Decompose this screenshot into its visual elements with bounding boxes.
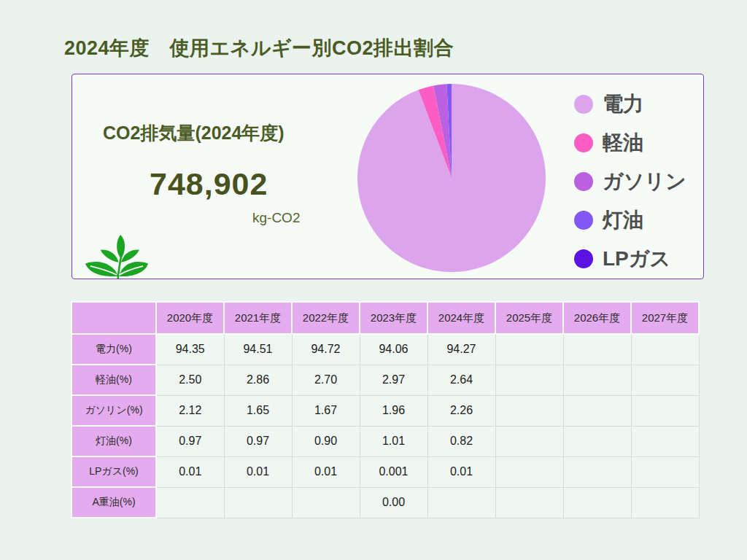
- table-row: ガソリン(%)2.121.651.671.962.26: [71, 395, 699, 426]
- pie-chart: [357, 84, 546, 272]
- data-cell: 0.001: [360, 456, 427, 487]
- year-column-header: 2022年度: [292, 302, 360, 334]
- summary-card: CO2排気量(2024年度) 748,902 kg-CO2 電力軽油ガソリン灯油…: [71, 74, 704, 279]
- row-label: LPガス(%): [71, 456, 156, 487]
- data-cell: [495, 456, 563, 487]
- data-cell: 94.06: [360, 334, 427, 365]
- data-cell: [495, 365, 563, 395]
- data-cell: [631, 395, 699, 426]
- data-cell: 94.27: [427, 334, 495, 365]
- data-cell: [563, 487, 631, 518]
- legend-label: 電力: [603, 90, 643, 118]
- data-cell: 0.97: [224, 426, 292, 456]
- data-cell: [631, 334, 699, 365]
- data-cell: [631, 456, 699, 487]
- legend-swatch-icon: [574, 133, 593, 152]
- data-cell: [563, 365, 631, 395]
- data-cell: 1.67: [292, 395, 360, 426]
- data-table: 2020年度2021年度2022年度2023年度2024年度2025年度2026…: [71, 301, 700, 518]
- data-cell: 0.82: [427, 426, 495, 456]
- leaf-sprout-icon: [85, 233, 148, 280]
- legend-item-LPガス: LPガス: [574, 245, 686, 273]
- data-cell: 0.97: [156, 426, 224, 456]
- data-cell: 0.01: [292, 456, 360, 487]
- row-label: A重油(%): [71, 487, 156, 518]
- legend-label: ガソリン: [603, 168, 686, 195]
- data-cell: [495, 395, 563, 426]
- year-column-header: 2023年度: [360, 302, 427, 334]
- row-label: ガソリン(%): [71, 395, 156, 426]
- table-row: A重油(%)0.00: [71, 487, 699, 518]
- legend-label: 灯油: [603, 206, 643, 234]
- pie-legend: 電力軽油ガソリン灯油LPガス: [574, 90, 686, 273]
- table-header-row: 2020年度2021年度2022年度2023年度2024年度2025年度2026…: [71, 302, 699, 334]
- data-cell: 2.70: [292, 365, 360, 395]
- data-cell: 2.26: [427, 395, 495, 426]
- data-cell: [563, 456, 631, 487]
- legend-swatch-icon: [574, 211, 593, 230]
- year-column-header: 2027年度: [631, 302, 699, 334]
- row-label: 軽油(%): [71, 365, 156, 395]
- table-row: 灯油(%)0.970.970.901.010.82: [71, 426, 699, 456]
- legend-swatch-icon: [574, 172, 593, 191]
- data-cell: [631, 426, 699, 456]
- data-cell: 94.51: [224, 334, 292, 365]
- table-row: 軽油(%)2.502.862.702.972.64: [71, 365, 699, 395]
- data-cell: 0.00: [360, 487, 427, 518]
- data-cell: 2.50: [156, 365, 224, 395]
- data-cell: 0.01: [427, 456, 495, 487]
- legend-swatch-icon: [574, 95, 593, 114]
- data-cell: [292, 487, 360, 518]
- legend-item-灯油: 灯油: [574, 206, 686, 234]
- year-column-header: 2025年度: [495, 302, 563, 334]
- legend-item-電力: 電力: [574, 90, 686, 118]
- legend-swatch-icon: [574, 249, 593, 268]
- table-corner-cell: [71, 302, 156, 334]
- data-cell: 1.96: [360, 395, 427, 426]
- table-row: LPガス(%)0.010.010.010.0010.01: [71, 456, 699, 487]
- row-label: 灯油(%): [71, 426, 156, 456]
- data-cell: [563, 334, 631, 365]
- legend-label: LPガス: [603, 245, 670, 273]
- data-cell: [631, 487, 699, 518]
- data-cell: [495, 334, 563, 365]
- data-cell: 0.90: [292, 426, 360, 456]
- legend-item-軽油: 軽油: [574, 129, 686, 157]
- data-cell: 2.12: [156, 395, 224, 426]
- legend-item-ガソリン: ガソリン: [574, 168, 686, 195]
- year-column-header: 2021年度: [224, 302, 292, 334]
- data-cell: [563, 395, 631, 426]
- data-cell: 1.01: [360, 426, 427, 456]
- data-cell: [563, 426, 631, 456]
- data-cell: [427, 487, 495, 518]
- page-title: 2024年度 使用エネルギー別CO2排出割合: [64, 35, 454, 61]
- row-label: 電力(%): [71, 334, 156, 365]
- data-cell: [631, 365, 699, 395]
- data-cell: [495, 426, 563, 456]
- data-cell: 94.72: [292, 334, 360, 365]
- stat-heading: CO2排気量(2024年度): [103, 121, 285, 145]
- legend-label: 軽油: [603, 129, 643, 157]
- data-cell: [156, 487, 224, 518]
- data-cell: 2.64: [427, 365, 495, 395]
- data-cell: [495, 487, 563, 518]
- data-cell: 0.01: [156, 456, 224, 487]
- stat-unit: kg-CO2: [252, 210, 300, 226]
- year-column-header: 2026年度: [563, 302, 631, 334]
- data-cell: 2.86: [224, 365, 292, 395]
- table-row: 電力(%)94.3594.5194.7294.0694.27: [71, 334, 699, 365]
- year-column-header: 2024年度: [427, 302, 495, 334]
- data-cell: 2.97: [360, 365, 427, 395]
- stat-value: 748,902: [150, 166, 268, 202]
- data-cell: 0.01: [224, 456, 292, 487]
- year-column-header: 2020年度: [156, 302, 224, 334]
- data-cell: 94.35: [156, 334, 224, 365]
- data-cell: [224, 487, 292, 518]
- data-cell: 1.65: [224, 395, 292, 426]
